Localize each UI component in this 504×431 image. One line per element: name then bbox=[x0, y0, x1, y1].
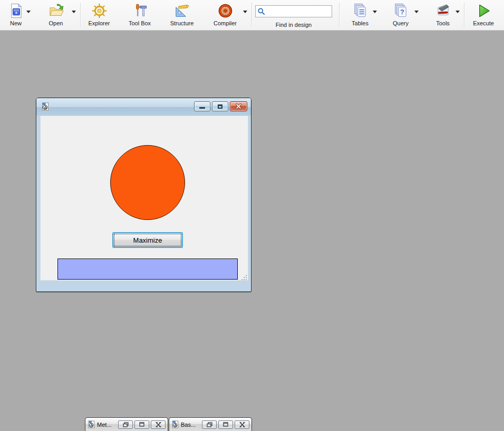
resize-grip[interactable] bbox=[241, 273, 247, 280]
compiler-dropdown-arrow-icon[interactable] bbox=[243, 11, 247, 13]
toolbar-label-explorer: Explorer bbox=[89, 20, 110, 26]
maximize-icon bbox=[223, 422, 228, 427]
child-window-content: Maximize bbox=[40, 116, 248, 281]
search-icon bbox=[257, 7, 266, 16]
toolbar-label-execute: Execute bbox=[473, 20, 494, 26]
explorer-wheel-icon bbox=[91, 3, 108, 19]
orange-circle-shape[interactable] bbox=[110, 145, 185, 220]
structure-setsquare-icon bbox=[174, 3, 190, 19]
open-dropdown-arrow-icon[interactable] bbox=[72, 11, 76, 13]
toolbar-label-tables: Tables bbox=[352, 20, 369, 26]
query-pages-icon: ? bbox=[393, 3, 409, 19]
toolbar-separator bbox=[80, 3, 81, 27]
tools-kit-icon bbox=[435, 3, 451, 19]
minimize-icon bbox=[199, 107, 205, 109]
toolbar-separator bbox=[339, 3, 340, 27]
minimized-window-bas[interactable]: Bas... bbox=[169, 417, 252, 431]
form-window-icon bbox=[171, 420, 179, 428]
toolbar-separator bbox=[464, 3, 464, 27]
tools-dropdown-arrow-icon[interactable] bbox=[455, 11, 460, 13]
toolbar-label-open: Open bbox=[49, 20, 63, 26]
close-button[interactable] bbox=[230, 101, 247, 111]
close-button[interactable] bbox=[235, 420, 249, 429]
toolbar-button-query[interactable]: ? Query bbox=[386, 3, 415, 28]
toolbar-label-compiler: Compiler bbox=[214, 20, 237, 26]
maximize-icon bbox=[218, 104, 222, 109]
maximize-button[interactable] bbox=[218, 420, 233, 429]
tables-pages-icon bbox=[352, 3, 369, 19]
toolbar-button-new[interactable]: New bbox=[3, 3, 28, 28]
blue-rectangle-field[interactable] bbox=[57, 258, 238, 280]
query-dropdown-arrow-icon[interactable] bbox=[414, 11, 419, 13]
toolbar-label-toolbox: Tool Box bbox=[129, 20, 151, 26]
toolbar-label-query: Query bbox=[393, 20, 409, 26]
toolbar-button-explorer[interactable]: Explorer bbox=[84, 3, 114, 28]
toolbar-label-new: New bbox=[10, 20, 22, 26]
minimized-window-title: Bas... bbox=[181, 422, 200, 428]
maximize-form-button[interactable]: Maximize bbox=[112, 232, 183, 248]
restore-icon bbox=[207, 422, 212, 427]
execute-play-icon bbox=[476, 3, 492, 19]
minimized-window-title: Met... bbox=[97, 422, 117, 428]
maximize-icon bbox=[139, 422, 144, 427]
toolbar-label-tools: Tools bbox=[436, 20, 450, 26]
close-icon bbox=[239, 422, 245, 427]
new-document-icon bbox=[8, 3, 24, 19]
restore-icon bbox=[123, 422, 129, 427]
find-in-design-label: Find in design bbox=[255, 22, 332, 28]
open-folder-icon bbox=[48, 3, 64, 19]
close-icon bbox=[156, 422, 161, 427]
restore-button[interactable] bbox=[118, 420, 133, 429]
toolbar-button-execute[interactable]: Execute bbox=[468, 3, 499, 28]
close-icon bbox=[235, 103, 242, 109]
close-button[interactable] bbox=[151, 420, 166, 429]
maximize-button[interactable] bbox=[212, 101, 228, 111]
find-in-design-box[interactable] bbox=[255, 5, 332, 17]
find-in-design-input[interactable] bbox=[266, 6, 332, 17]
main-toolbar: New Open Explorer Tool Box Structure Com… bbox=[0, 0, 504, 31]
child-window: Maximize bbox=[36, 98, 251, 292]
maximize-button[interactable] bbox=[134, 420, 149, 429]
toolbar-button-tables[interactable]: Tables bbox=[346, 3, 374, 28]
toolbar-button-open[interactable]: Open bbox=[43, 3, 69, 28]
child-window-titlebar[interactable] bbox=[36, 98, 251, 116]
toolbar-label-structure: Structure bbox=[170, 20, 194, 26]
toolbar-button-structure[interactable]: Structure bbox=[166, 3, 198, 28]
toolbar-separator bbox=[251, 3, 252, 27]
toolbar-button-compiler[interactable]: Compiler bbox=[209, 3, 241, 28]
svg-text:?: ? bbox=[400, 8, 404, 16]
toolbar-button-toolbox[interactable]: Tool Box bbox=[125, 3, 154, 28]
restore-button[interactable] bbox=[202, 420, 217, 429]
minimize-button[interactable] bbox=[194, 101, 210, 111]
compiler-wheel-icon bbox=[217, 3, 234, 19]
find-in-design-group: Find in design bbox=[255, 5, 332, 28]
minimized-window-met[interactable]: Met... bbox=[85, 417, 168, 431]
toolbar-button-tools[interactable]: Tools bbox=[428, 3, 458, 28]
form-window-icon bbox=[41, 102, 50, 111]
toolbox-tools-icon bbox=[132, 3, 148, 19]
new-dropdown-arrow-icon[interactable] bbox=[26, 11, 31, 13]
form-window-icon bbox=[88, 420, 95, 428]
tables-dropdown-arrow-icon[interactable] bbox=[373, 11, 377, 13]
caption-buttons bbox=[194, 101, 247, 111]
